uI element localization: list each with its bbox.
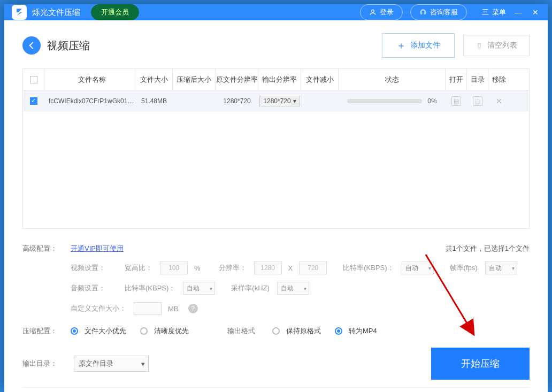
close-button[interactable]: ✕: [531, 7, 540, 17]
col-out-res: 输出分辨率: [258, 69, 301, 90]
select-all-checkbox[interactable]: [30, 76, 37, 83]
col-remove: 移除: [488, 69, 510, 90]
support-button[interactable]: 咨询客服: [410, 4, 467, 20]
audio-settings-label: 音频设置：: [71, 283, 105, 293]
bitrate-select[interactable]: 自动▾: [402, 262, 434, 274]
start-compress-button[interactable]: 开始压缩: [431, 348, 530, 380]
aspect-label: 宽高比：: [125, 263, 152, 273]
orig-res: 1280*720: [216, 90, 258, 112]
table-header: 文件名称 文件大小 压缩后大小 原文件分辨率 输出分辨率 文件减小 状态 打开 …: [23, 69, 529, 90]
help-icon[interactable]: ?: [188, 304, 198, 313]
remove-row-button[interactable]: ✕: [494, 96, 504, 106]
trash-icon: [476, 42, 483, 49]
col-size: 文件大小: [135, 69, 173, 90]
video-settings-label: 视频设置：: [71, 263, 105, 273]
col-compressed-size: 压缩后大小: [173, 69, 216, 90]
advanced-config-label: 高级配置：: [22, 244, 71, 253]
col-open: 打开: [446, 69, 467, 90]
col-orig-res: 原文件分辨率: [216, 69, 258, 90]
file-table: 文件名称 文件大小 压缩后大小 原文件分辨率 输出分辨率 文件减小 状态 打开 …: [22, 68, 530, 229]
radio-size-first[interactable]: [71, 327, 78, 335]
res-height-input[interactable]: [299, 262, 327, 274]
out-format-label: 输出格式: [227, 326, 255, 336]
file-size: 51.48MB: [135, 90, 173, 112]
sample-select[interactable]: 自动▾: [277, 282, 309, 295]
compress-config-label: 压缩配置：: [22, 326, 71, 336]
fps-label: 帧率(fps): [450, 263, 478, 273]
col-dir: 目录: [467, 69, 488, 90]
file-count: 共1个文件，已选择1个文件: [446, 244, 530, 253]
col-status: 状态: [339, 69, 446, 90]
app-logo: [12, 5, 27, 20]
audio-bitrate-select[interactable]: 自动▾: [183, 282, 215, 295]
output-dir-select[interactable]: 原文件目录▾: [74, 356, 149, 372]
vip-upgrade-button[interactable]: 开通会员: [91, 4, 139, 20]
login-button[interactable]: 登录: [360, 4, 403, 20]
progress-bar: [347, 99, 422, 103]
aspect-input[interactable]: [160, 262, 188, 274]
svg-point-0: [372, 10, 374, 12]
titlebar: 烁光文件压缩 开通会员 登录 咨询客服 三菜单 — ✕: [4, 4, 548, 20]
add-file-button[interactable]: ＋ 添加文件: [382, 33, 455, 58]
radio-keep-format[interactable]: [272, 327, 280, 335]
arrow-left-icon: [27, 41, 36, 50]
open-dir-button[interactable]: ▢: [473, 96, 482, 106]
audio-bitrate-label: 比特率(KBPS)：: [125, 283, 175, 293]
chevron-down-icon: ▾: [141, 360, 145, 368]
progress-pct: 0%: [427, 97, 436, 105]
row-checkbox[interactable]: [30, 97, 37, 105]
chevron-down-icon: ▾: [293, 97, 296, 105]
menu-button[interactable]: 三菜单: [482, 7, 506, 17]
user-icon: [369, 9, 377, 16]
fps-select[interactable]: 自动▾: [485, 262, 517, 274]
bitrate-label: 比特率(KBPS)：: [343, 263, 394, 273]
file-name: fcCWIEkdlx07CFrP1wGk010...: [49, 97, 134, 105]
headset-icon: [419, 9, 427, 16]
page-title: 视频压缩: [47, 39, 90, 53]
vip-link[interactable]: 开通VIP即可使用: [71, 244, 124, 253]
sample-label: 采样率(kHZ): [231, 283, 270, 293]
footer: 客服服务时间：7*24小时 官方网站：www.iziptool.com 版本: …: [22, 387, 530, 392]
radio-to-mp4[interactable]: [335, 327, 342, 335]
clear-list-button[interactable]: 清空列表: [463, 35, 530, 56]
resolution-label: 分辨率：: [219, 263, 247, 273]
minimize-button[interactable]: —: [513, 7, 523, 17]
app-title: 烁光文件压缩: [32, 7, 80, 18]
output-dir-label: 输出目录：: [22, 359, 71, 368]
col-reduce: 文件减小: [301, 69, 339, 90]
col-name: 文件名称: [44, 69, 135, 90]
output-res-dropdown[interactable]: 1280*720▾: [259, 96, 300, 106]
plus-icon: ＋: [396, 39, 406, 52]
radio-clarity-first[interactable]: [140, 327, 148, 335]
open-file-button[interactable]: ▤: [451, 96, 461, 106]
custom-size-input[interactable]: [134, 302, 162, 315]
res-width-input[interactable]: [254, 262, 282, 274]
custom-size-label: 自定义文件大小：: [71, 304, 126, 313]
back-button[interactable]: [22, 36, 41, 55]
table-row[interactable]: fcCWIEkdlx07CFrP1wGk010... 51.48MB 1280*…: [23, 90, 529, 112]
